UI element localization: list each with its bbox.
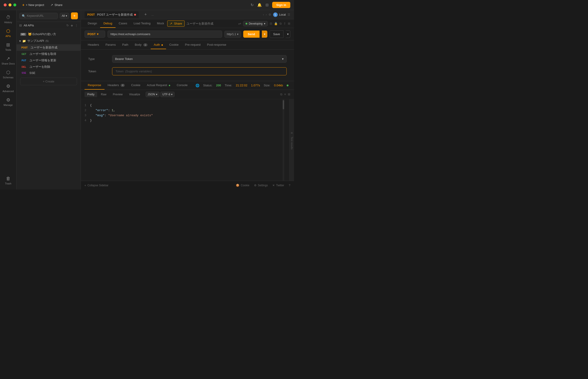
- bell-icon[interactable]: 🔔: [257, 3, 262, 7]
- param-tab-headers[interactable]: Headers: [85, 41, 102, 49]
- all-dropdown[interactable]: All ▾: [60, 13, 69, 19]
- settings-icon[interactable]: ⚙: [268, 13, 271, 16]
- search-box[interactable]: 🔍: [19, 13, 58, 19]
- resp-tab-headers[interactable]: Headers 4: [105, 81, 128, 90]
- refresh-icon[interactable]: ↻: [66, 24, 69, 27]
- add-api-button[interactable]: +: [71, 12, 78, 19]
- create-button[interactable]: + Create: [20, 78, 77, 85]
- tab-mock[interactable]: Mock: [154, 19, 167, 28]
- nav-right-icon[interactable]: ›: [266, 13, 267, 16]
- resp-tab-actualrequest[interactable]: Actual Request: [143, 81, 173, 90]
- param-tab-params[interactable]: Params: [102, 41, 119, 49]
- settings-button[interactable]: ⚙ Settings: [254, 184, 268, 187]
- folder-sampleapi[interactable]: ▾ 📁 サンプルAPI (5): [16, 37, 81, 44]
- nav-left-icon[interactable]: ‹: [263, 13, 264, 16]
- status-green-dot: [287, 84, 289, 86]
- fullscreen-icon[interactable]: ⊞: [288, 93, 290, 96]
- url-input[interactable]: [108, 31, 222, 38]
- sidebar-item-trash[interactable]: 🗑 Trash: [0, 174, 16, 187]
- param-tab-path[interactable]: Path: [119, 41, 132, 49]
- copy-icon[interactable]: ⧉: [280, 93, 282, 96]
- format-select[interactable]: JSON ▾: [146, 92, 159, 97]
- param-tab-prerequest[interactable]: Pre-request: [182, 41, 204, 49]
- refresh-icon[interactable]: ↻: [251, 3, 254, 7]
- maximize-button[interactable]: [13, 3, 16, 6]
- api-item-1[interactable]: GET ユーザー情報を取得: [16, 51, 81, 57]
- tab-loadtesting[interactable]: Load Testing: [130, 19, 154, 28]
- save-button[interactable]: Save: [270, 30, 283, 38]
- local-badge[interactable]: L Local: [273, 12, 286, 17]
- active-tab[interactable]: POST POST ユーザーを新規作成: [85, 11, 139, 18]
- format-icon[interactable]: ≡: [284, 93, 286, 96]
- minimize-button[interactable]: [9, 3, 12, 6]
- api-item-4[interactable]: SSE SSE: [16, 70, 81, 76]
- sign-in-button[interactable]: Sign in: [272, 2, 290, 8]
- cookie-button[interactable]: 🍪 Cookie: [236, 184, 249, 187]
- type-dropdown[interactable]: Bearer Token ▾: [112, 55, 287, 63]
- tab-bar: POST POST ユーザーを新規作成 + ... ‹ › ⚙ L Local …: [81, 10, 294, 19]
- sort-icon[interactable]: ◈: [71, 24, 73, 27]
- copy-icon[interactable]: ⧉: [279, 22, 282, 26]
- param-tab-body[interactable]: Body 1: [132, 41, 151, 49]
- raw-tab[interactable]: Raw: [98, 92, 109, 97]
- close-button[interactable]: [4, 3, 7, 6]
- grid-icon[interactable]: ⊞: [288, 22, 290, 25]
- search-input[interactable]: [27, 14, 55, 17]
- resp-tab-console[interactable]: Console: [173, 81, 191, 90]
- param-tab-cookie[interactable]: Cookie: [166, 41, 182, 49]
- api-item-2[interactable]: PUT ユーザー情報を更新: [16, 57, 81, 64]
- pretty-tab[interactable]: Pretty: [85, 92, 97, 97]
- resp-tab-response[interactable]: Response: [85, 81, 105, 90]
- tab-more-button[interactable]: ...: [151, 13, 154, 16]
- share-link-icon[interactable]: ⇧: [283, 22, 286, 25]
- tab-cases[interactable]: Cases: [116, 19, 130, 28]
- sidebar-item-advanced[interactable]: ⚙ Advanced: [0, 81, 16, 95]
- sidebar-item-manage[interactable]: ⚙ Manage: [0, 95, 16, 109]
- api-name-2: ユーザー情報を更新: [30, 58, 56, 63]
- token-input[interactable]: [112, 67, 287, 75]
- layout-icon[interactable]: ⊟: [265, 3, 268, 7]
- sidebar-item-history[interactable]: ⏱ History: [0, 12, 16, 26]
- echo-api-item[interactable]: MD 🐱 EchoAPIの使い方: [16, 31, 81, 37]
- sidebar-item-sharedocs[interactable]: ↗ Share Docs: [0, 53, 16, 67]
- param-tab-auth[interactable]: Auth: [151, 41, 166, 49]
- api-item-3[interactable]: DEL ユーザーを削除: [16, 64, 81, 70]
- help-button[interactable]: ?: [289, 184, 290, 187]
- param-tab-postresponse[interactable]: Post-response: [204, 41, 230, 49]
- send-dropdown-button[interactable]: ▾: [262, 31, 267, 38]
- vertical-scrollbar[interactable]: [282, 99, 284, 181]
- lock-icon[interactable]: 🔒: [274, 22, 278, 25]
- collapse-sidebar-button[interactable]: « Collapse Sidebar: [85, 184, 108, 187]
- sidebar-icons: ⏱ History ⬡ APIs ⊞ Tests ↗ Share Docs ⬡ …: [0, 10, 16, 190]
- save-dropdown-button[interactable]: ▾: [286, 30, 290, 38]
- visualize-tab[interactable]: Visualize: [126, 92, 143, 97]
- more-icon[interactable]: ⋮: [75, 24, 78, 27]
- share-button[interactable]: ↗ Share: [48, 2, 65, 8]
- test-results-panel[interactable]: « Test results: [289, 99, 294, 181]
- new-tab-button[interactable]: +: [141, 11, 150, 18]
- settings-label: Settings: [258, 184, 268, 187]
- hamburger-icon[interactable]: ☰: [288, 13, 290, 16]
- method-selector[interactable]: POST ▾: [85, 31, 105, 38]
- resp-tab-cookie[interactable]: Cookie: [128, 81, 143, 90]
- encoding-select[interactable]: UTF-8 ▾: [160, 92, 175, 97]
- sidebar-item-tests[interactable]: ⊞ Tests: [0, 40, 16, 53]
- twitter-button[interactable]: ✕ Twitter: [272, 184, 284, 187]
- new-project-button[interactable]: + + New project: [20, 2, 46, 8]
- visualize-label: Visualize: [129, 93, 140, 96]
- sidebar-item-apis[interactable]: ⬡ APIs: [0, 26, 16, 40]
- api-item-0[interactable]: POST ユーザーを新規作成: [16, 44, 81, 51]
- request-nav-tabs: Design Debug Cases Load Testing Mock ↗ S…: [81, 19, 294, 28]
- columns-icon[interactable]: ⊟: [270, 22, 272, 25]
- api-name-0: ユーザーを新規作成: [31, 46, 57, 50]
- params-tab-label: Params: [106, 43, 116, 47]
- tab-design[interactable]: Design: [85, 19, 100, 28]
- http-version-selector[interactable]: http/1.1 ▾: [224, 31, 241, 38]
- sidebar-item-schemas[interactable]: ⬡ Schemas: [0, 67, 16, 81]
- tab-debug[interactable]: Debug: [100, 19, 115, 28]
- env-selector[interactable]: Developing ▾: [243, 21, 268, 26]
- expand-icon[interactable]: ⇌: [238, 21, 241, 26]
- tab-share[interactable]: ↗ Share: [167, 20, 185, 27]
- send-button[interactable]: Send: [243, 31, 260, 38]
- preview-tab[interactable]: Preview: [110, 92, 125, 97]
